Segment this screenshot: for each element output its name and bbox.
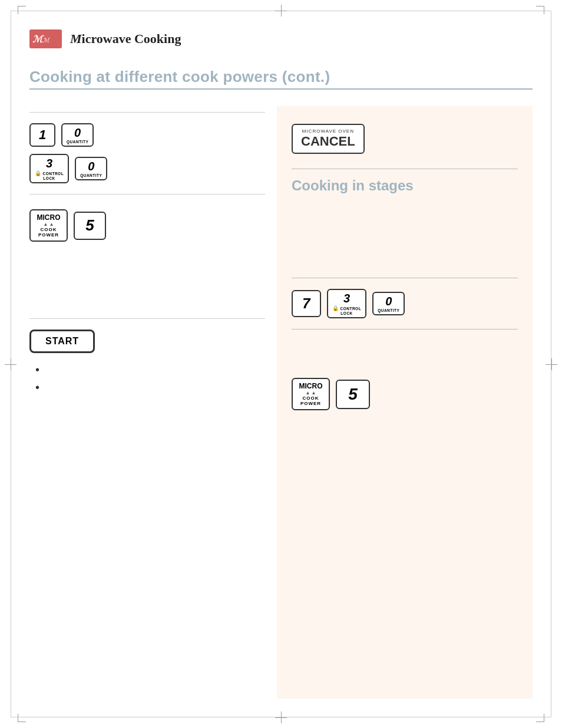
bullet-2: •: [35, 381, 265, 393]
ctrl-label: 🔒 CONTROL: [35, 170, 64, 176]
key-row-micro: MICRO ▲ ▲ COOK POWER 5: [29, 209, 265, 242]
crosshair-right: [546, 358, 557, 370]
corner-tick-tl: [18, 6, 26, 14]
key-group-1: 1 0 QUANTITY 3 🔒 CONTROL LOCK: [29, 123, 265, 183]
crosshair-top: [275, 5, 287, 17]
col-left: 1 0 QUANTITY 3 🔒 CONTROL LOCK: [29, 106, 277, 699]
divider-3: [29, 318, 265, 319]
ctrl-label-right: 🔒 CONTROL: [332, 305, 361, 311]
corner-tick-tr: [536, 6, 544, 14]
crosshair-left: [5, 358, 16, 370]
spacer-1: [29, 249, 265, 308]
micro-cook-power-btn: MICRO ▲ ▲ COOK POWER: [29, 209, 68, 242]
corner-tick-bl: [18, 714, 26, 722]
key-5-right: 5: [336, 380, 370, 409]
crosshair-bottom: [275, 711, 287, 723]
divider-2: [29, 194, 265, 195]
section-title: Cooking at different cook powers (cont.): [29, 68, 533, 86]
stages-text-area: [292, 199, 518, 269]
key-0-qty-right: 0 QUANTITY: [372, 292, 405, 315]
stages-heading: Cooking in stages: [292, 177, 518, 194]
start-section: START: [29, 330, 265, 353]
spacer-right: [292, 338, 518, 367]
start-row: START: [29, 330, 265, 353]
page-title: Microwave Cooking: [70, 31, 181, 47]
right-divider-2: [292, 278, 518, 278]
key-row-2: 3 🔒 CONTROL LOCK 0 QUANTITY: [29, 154, 265, 183]
key-7: 7: [292, 290, 321, 317]
bullet-1: •: [35, 364, 265, 375]
bullet-dot-2: •: [35, 381, 39, 393]
svg-text:ℳ: ℳ: [42, 37, 51, 44]
key-row-micro-right: MICRO ▲ ▲ COOK POWER 5: [292, 378, 518, 410]
section-heading: Cooking at different cook powers (cont.): [29, 68, 533, 90]
start-button[interactable]: START: [29, 330, 95, 353]
key-0-qty: 0 QUANTITY: [61, 123, 94, 147]
title-rest: icrowave Cooking: [82, 31, 181, 46]
section-divider: [29, 88, 533, 90]
key-3-ctrl-right: 3 🔒 CONTROL LOCK: [327, 289, 366, 318]
key-0-qty2: 0 QUANTITY: [75, 157, 107, 180]
divider-1: [29, 112, 265, 113]
corner-tick-br: [536, 714, 544, 722]
key-3-ctrl: 3 🔒 CONTROL LOCK: [29, 154, 69, 183]
key-1: 1: [29, 123, 55, 147]
main-content: 1 0 QUANTITY 3 🔒 CONTROL LOCK: [29, 106, 533, 699]
bullet-dot-1: •: [35, 364, 39, 375]
key-row-right-1: 7 3 🔒 CONTROL LOCK 0 QUANTITY: [292, 289, 518, 318]
right-divider-1: [292, 169, 518, 169]
cancel-button[interactable]: MICROWAVE OVEN CANCEL: [292, 124, 365, 154]
logo-graphic: ℳ ℳ: [29, 29, 62, 48]
key-group-micro: MICRO ▲ ▲ COOK POWER 5: [29, 209, 265, 242]
title-italic: M: [70, 31, 82, 46]
key-5-left: 5: [74, 212, 106, 240]
header: ℳ ℳ Microwave Cooking: [29, 29, 533, 48]
right-divider-3: [292, 329, 518, 330]
cancel-section: MICROWAVE OVEN CANCEL: [292, 124, 518, 154]
col-right: MICROWAVE OVEN CANCEL Cooking in stages …: [277, 106, 533, 699]
key-row-1: 1 0 QUANTITY: [29, 123, 265, 147]
micro-cook-power-btn-right: MICRO ▲ ▲ COOK POWER: [292, 378, 330, 410]
